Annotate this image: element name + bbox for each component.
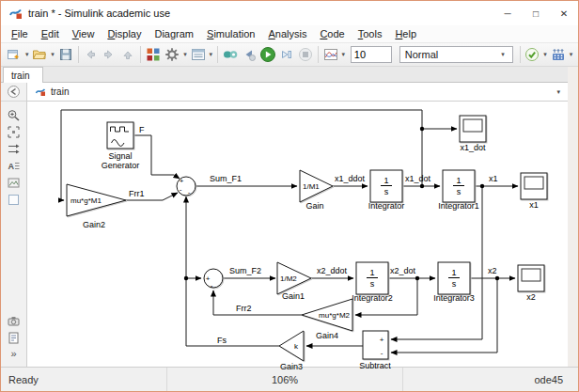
run-button[interactable] xyxy=(258,45,277,64)
model-settings-gear-button[interactable] xyxy=(163,45,181,64)
block-scope-x1-dot[interactable]: x1_dot xyxy=(460,116,486,152)
block-signal-generator[interactable]: Signal Generator xyxy=(102,122,140,170)
menu-diagram[interactable]: Diagram xyxy=(148,28,200,39)
integrator1-label: Integrator1 xyxy=(438,201,479,211)
svg-text:s: s xyxy=(384,187,389,196)
palette-more-icon[interactable]: » xyxy=(10,349,16,359)
svg-text:Generator: Generator xyxy=(102,161,140,170)
block-gain1[interactable]: 1/M2 Gain1 xyxy=(277,262,311,301)
breadcrumb-dropdown-icon[interactable]: ▾ xyxy=(556,88,560,96)
sim-mode-select[interactable]: Normal ▾ xyxy=(399,46,513,63)
menu-bar: FileEditViewDisplayDiagramSimulationAnal… xyxy=(1,25,578,43)
breadcrumb[interactable]: train ▾ xyxy=(27,83,568,102)
tab-label: train xyxy=(11,71,29,81)
menu-display[interactable]: Display xyxy=(101,28,148,39)
gain1-expression: 1/M2 xyxy=(280,274,297,283)
model-configuration-button[interactable] xyxy=(189,45,208,64)
connect-hardware-button[interactable] xyxy=(221,45,240,64)
step-back-button[interactable] xyxy=(240,45,258,64)
data-inspector-dropdown-icon[interactable]: ▾ xyxy=(340,45,347,64)
gain4-expression: mu*g*M2 xyxy=(319,311,350,320)
back-button[interactable] xyxy=(81,45,100,64)
block-integrator[interactable]: 1 s Integrator xyxy=(368,170,405,211)
subtract-label: Subtract xyxy=(359,361,391,370)
camera-icon[interactable] xyxy=(7,314,21,328)
signal-label-frr2: Frr2 xyxy=(236,304,252,313)
block-integrator3[interactable]: 1 s Integrator3 xyxy=(433,262,475,303)
toolbar-separator xyxy=(140,46,141,63)
model-advisor-dropdown-icon[interactable]: ▾ xyxy=(541,45,548,64)
library-browser-button[interactable] xyxy=(144,45,163,64)
svg-text:1: 1 xyxy=(451,268,456,277)
maximize-button[interactable]: □ xyxy=(522,1,550,25)
tab-train[interactable]: train xyxy=(3,67,43,83)
integrator3-label: Integrator3 xyxy=(433,293,475,303)
block-subtract[interactable]: + - Subtract xyxy=(359,331,391,370)
gain2-label: Gain2 xyxy=(83,220,105,229)
stop-time-input[interactable] xyxy=(351,46,392,63)
signal-label-x2-dot: x2_dot xyxy=(390,266,416,275)
save-button[interactable] xyxy=(56,45,75,64)
new-model-dropdown-icon[interactable]: ▾ xyxy=(23,45,30,64)
block-sum1[interactable]: + - - xyxy=(177,177,196,196)
step-forward-button[interactable] xyxy=(277,45,296,64)
menu-view[interactable]: View xyxy=(66,28,102,39)
sum1-sign-bottom: - xyxy=(188,188,191,196)
gear-dropdown-icon[interactable]: ▾ xyxy=(181,45,188,64)
configuration-dropdown-icon[interactable]: ▾ xyxy=(208,45,214,64)
stop-button[interactable] xyxy=(296,45,315,64)
svg-text:s: s xyxy=(457,187,462,196)
screenshot-report-icon[interactable] xyxy=(7,331,21,345)
scope-x2-label: x2 xyxy=(526,292,536,302)
fit-to-view-icon[interactable] xyxy=(7,125,21,139)
signal-label-f: F xyxy=(139,125,145,134)
up-to-parent-button[interactable] xyxy=(118,45,137,64)
block-integrator1[interactable]: 1 s Integrator1 xyxy=(438,170,479,211)
signal-label-x1-ddot: x1_ddot xyxy=(335,174,366,183)
svg-text:s: s xyxy=(370,279,375,289)
build-button[interactable] xyxy=(549,45,568,64)
menu-analysis[interactable]: Analysis xyxy=(261,28,313,39)
block-gain[interactable]: 1/M1 Gain xyxy=(300,170,333,211)
open-dropdown-icon[interactable]: ▾ xyxy=(49,45,55,64)
integrator2-label: Integrator2 xyxy=(352,293,393,303)
scope-x1-dot-label: x1_dot xyxy=(460,143,486,152)
menu-code[interactable]: Code xyxy=(313,28,351,39)
block-gain3[interactable]: k Gain3 xyxy=(279,331,304,371)
breadcrumb-current: train xyxy=(51,86,69,97)
block-integrator2[interactable]: 1 s Integrator2 xyxy=(352,262,393,303)
simulink-app-icon xyxy=(8,6,23,22)
zoom-icon[interactable] xyxy=(7,108,21,122)
sim-mode-dropdown-icon[interactable]: ▾ xyxy=(499,45,508,64)
block-scope-x2[interactable]: x2 xyxy=(518,265,544,302)
model-canvas[interactable]: Signal Generator mu*g*M1 Gain2 + - xyxy=(27,102,568,367)
minimize-button[interactable]: ─ xyxy=(493,1,522,25)
sum1-sign-top: + xyxy=(180,177,184,185)
window-controls: ─ □ ✕ xyxy=(493,1,578,25)
block-gain2[interactable]: mu*g*M1 Gain2 xyxy=(67,184,126,229)
area-box-icon[interactable] xyxy=(7,193,21,207)
block-sum2[interactable]: + - xyxy=(204,269,223,290)
simulink-window: train * - Simulink academic use ─ □ ✕ Fi… xyxy=(0,0,579,392)
menu-tools[interactable]: Tools xyxy=(352,28,389,39)
open-button[interactable] xyxy=(30,45,49,64)
subtract-sign-plus: + xyxy=(380,336,384,344)
menu-file[interactable]: File xyxy=(5,28,35,39)
svg-text:s: s xyxy=(452,279,457,289)
menu-edit[interactable]: Edit xyxy=(35,28,66,39)
breadcrumb-back-button[interactable] xyxy=(1,83,26,102)
menu-help[interactable]: Help xyxy=(388,28,423,39)
block-gain4[interactable]: mu*g*M2 Gain4 xyxy=(302,299,352,340)
build-dropdown-icon[interactable]: ▾ xyxy=(568,45,574,64)
signal-label-sum-f2: Sum_F2 xyxy=(229,266,261,275)
block-scope-x1[interactable]: x1 xyxy=(521,173,547,210)
image-annotation-icon[interactable] xyxy=(7,176,21,190)
close-button[interactable]: ✕ xyxy=(550,1,578,25)
new-model-button[interactable] xyxy=(5,45,23,64)
forward-button[interactable] xyxy=(100,45,118,64)
model-advisor-button[interactable] xyxy=(523,45,541,64)
annotation-icon[interactable]: A xyxy=(7,159,21,173)
menu-simulation[interactable]: Simulation xyxy=(200,28,261,39)
simulation-data-inspector-button[interactable] xyxy=(321,45,340,64)
signal-routing-icon[interactable] xyxy=(7,142,21,156)
